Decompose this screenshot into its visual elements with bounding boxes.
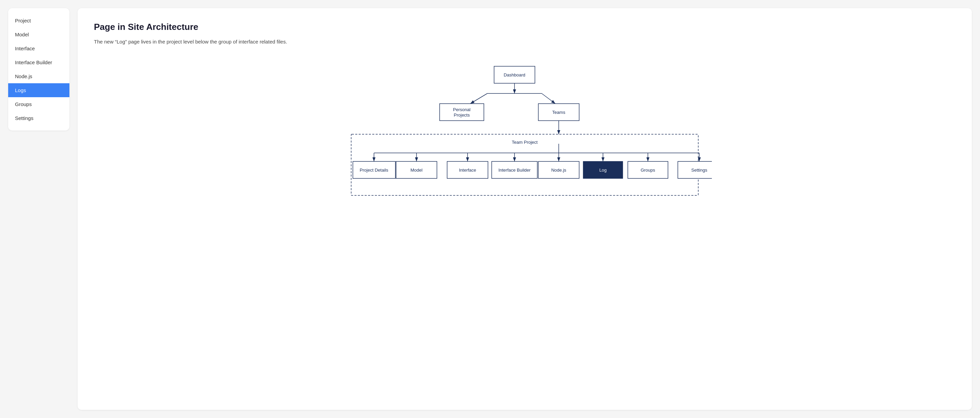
architecture-diagram: Dashboard Personal Projects Teams <box>337 60 712 202</box>
label-personal-projects: Personal <box>453 107 470 112</box>
label-dashboard: Dashboard <box>504 72 525 78</box>
sidebar: Project Model Interface Interface Builde… <box>8 8 69 130</box>
label-project-details: Project Details <box>360 168 388 173</box>
sidebar-item-interface[interactable]: Interface <box>8 41 69 55</box>
sidebar-item-groups[interactable]: Groups <box>8 97 69 111</box>
label-personal-projects-2: Projects <box>454 112 470 117</box>
diagram-container: Dashboard Personal Projects Teams <box>94 60 956 202</box>
page-description: The new “Log” page lives in the project … <box>94 38 298 46</box>
sidebar-item-project[interactable]: Project <box>8 14 69 27</box>
arrow-to-personal <box>470 93 487 104</box>
label-interface-builder: Interface Builder <box>498 168 531 173</box>
label-nodejs: Node.js <box>551 168 566 173</box>
sidebar-item-nodejs[interactable]: Node.js <box>8 69 69 83</box>
node-personal-projects <box>440 104 484 120</box>
sidebar-item-model[interactable]: Model <box>8 27 69 41</box>
sidebar-item-interface-builder[interactable]: Interface Builder <box>8 55 69 69</box>
label-teams: Teams <box>552 110 566 115</box>
arrow-to-teams <box>542 93 555 104</box>
main-content: Page in Site Architecture The new “Log” … <box>78 8 972 410</box>
page-title: Page in Site Architecture <box>94 22 956 32</box>
label-model: Model <box>410 168 423 173</box>
label-log: Log <box>599 168 607 173</box>
app-container: Project Model Interface Interface Builde… <box>0 0 980 418</box>
label-team-project: Team Project <box>512 140 538 145</box>
sidebar-item-logs[interactable]: Logs <box>8 83 69 97</box>
label-groups: Groups <box>641 168 655 173</box>
label-interface: Interface <box>459 168 476 173</box>
sidebar-item-settings[interactable]: Settings <box>8 111 69 125</box>
label-settings: Settings <box>692 168 708 173</box>
